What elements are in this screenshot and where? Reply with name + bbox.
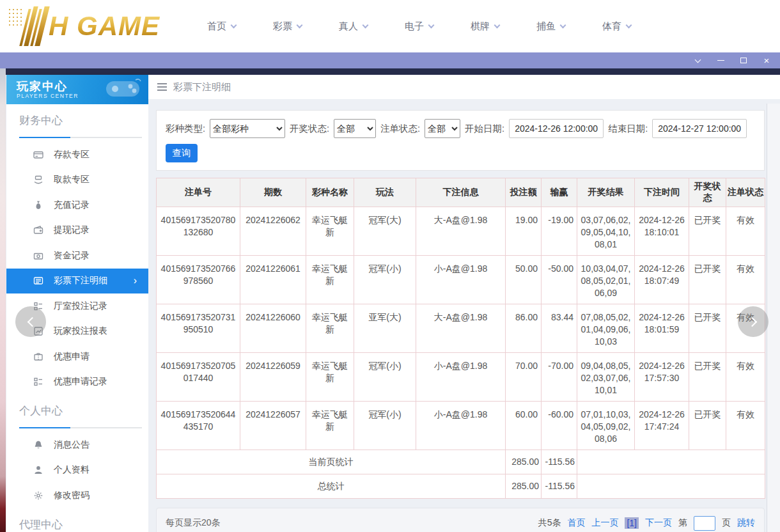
table-cell: 03,07,06,02,09,05,04,10,08,01: [577, 207, 635, 256]
bet-table: 注单号期数彩种名称玩法下注信息投注额输赢开奖结果下注时间开奖状态注单状态 401…: [156, 178, 765, 499]
table-cell: 大-A盘@1.98: [416, 207, 506, 256]
sidebar-item[interactable]: 取款专区: [6, 168, 148, 193]
maximize-button[interactable]: [737, 54, 751, 67]
logo-text: H GAME: [49, 11, 160, 42]
minimize-button[interactable]: [714, 54, 728, 67]
start-date-input[interactable]: [509, 119, 604, 138]
window-dropdown-button[interactable]: [690, 54, 705, 67]
sidebar-subtitle: PLAYERS CENTER: [17, 93, 79, 99]
table-cell: 50.00: [506, 256, 542, 304]
jump-prefix-label: 第: [678, 517, 687, 529]
table-cell: 有效: [726, 256, 765, 304]
nav-item[interactable]: 体育: [602, 20, 631, 33]
nav-item[interactable]: 首页: [207, 20, 236, 33]
query-button[interactable]: 查询: [166, 144, 198, 162]
close-button[interactable]: ×: [760, 54, 774, 67]
table-cell: 09,04,08,05,02,03,07,06,10,01: [577, 353, 635, 402]
table-cell: 有效: [726, 207, 765, 256]
sidebar-item[interactable]: 资金记录: [6, 243, 148, 269]
table-cell: 60.00: [506, 402, 542, 450]
sidebar-item-label: 消息公告: [54, 439, 90, 451]
nav-item[interactable]: 真人: [339, 20, 368, 33]
sidebar-item[interactable]: 充值记录: [6, 192, 148, 218]
summary-label: 总统计: [157, 474, 506, 499]
table-cell: 已开奖: [689, 304, 726, 353]
table-cell: 小-A盘@1.98: [416, 256, 506, 304]
filter-panel: 彩种类型: 全部彩种 开奖状态: 全部 注单状态: 全部 开始日期: 结束日期:…: [156, 110, 765, 171]
column-header: 期数: [240, 178, 306, 207]
logo[interactable]: H GAME: [8, 6, 180, 46]
column-header: 玩法: [354, 178, 416, 207]
nav-item-label: 捕鱼: [536, 20, 556, 33]
chevron-down-icon: [560, 22, 566, 28]
section-title: 财务中心: [19, 113, 142, 128]
jump-page-input[interactable]: [694, 516, 715, 531]
column-header: 开奖状态: [689, 178, 726, 207]
table-cell: 大-A盘@1.98: [416, 304, 506, 353]
jump-button[interactable]: 跳转: [737, 517, 755, 529]
section-divider: [19, 137, 142, 138]
sidebar-item[interactable]: 优惠申请: [6, 344, 148, 370]
summary-row: 当前页统计285.00-115.56: [157, 450, 765, 474]
column-header: 注单号: [157, 178, 240, 207]
table-cell: 401569173520766978560: [157, 256, 240, 304]
table-cell: -19.00: [542, 207, 577, 256]
first-page-link[interactable]: 首页: [567, 517, 585, 529]
sidebar-item-label: 彩票下注明细: [54, 275, 107, 286]
funds-icon: [33, 251, 43, 261]
table-cell: 已开奖: [689, 256, 726, 304]
top-nav: 首页彩票真人电子棋牌捕鱼体育: [207, 20, 631, 33]
sidebar-item-label: 优惠申请: [54, 351, 90, 363]
chevron-down-icon: [231, 22, 237, 28]
end-date-input[interactable]: [652, 119, 747, 138]
chevron-down-icon: [494, 22, 501, 28]
chevron-right-icon: ›: [134, 275, 137, 286]
table-cell: 83.44: [542, 304, 577, 353]
lottery-type-select[interactable]: 全部彩种: [210, 119, 285, 138]
sidebar-item[interactable]: 消息公告: [6, 432, 148, 458]
summary-win-loss: -115.56: [542, 474, 577, 499]
nav-item[interactable]: 电子: [405, 20, 433, 33]
draw-status-label: 开奖状态:: [290, 123, 329, 135]
nav-item-label: 首页: [207, 20, 226, 33]
jump-suffix-label: 页: [722, 517, 731, 529]
nav-item[interactable]: 棋牌: [471, 20, 499, 33]
menu-icon[interactable]: [157, 81, 167, 93]
table-cell: 2024-12-26 18:10:01: [635, 207, 689, 256]
table-cell: 小-A盘@1.98: [416, 353, 506, 402]
table-cell: 20241226057: [240, 402, 306, 450]
sidebar-item[interactable]: 优惠申请记录: [6, 370, 148, 395]
table-cell: 冠军(小): [354, 402, 416, 450]
table-cell: 19.00: [506, 207, 542, 256]
sidebar-item[interactable]: 存款专区: [6, 142, 148, 168]
next-page-link[interactable]: 下一页: [645, 517, 672, 529]
bank-card-icon: [33, 150, 43, 160]
chevron-down-icon: [428, 22, 435, 28]
chevron-left-icon: [27, 317, 37, 327]
sidebar-item-label: 个人资料: [54, 464, 90, 476]
order-status-select[interactable]: 全部: [425, 119, 460, 138]
sidebar-item[interactable]: 提现记录: [6, 218, 148, 244]
sidebar-collapse-button[interactable]: [15, 306, 46, 337]
chevron-down-icon: [694, 56, 701, 63]
gamepad-icon: [102, 77, 142, 102]
table-cell: 20241226061: [240, 256, 306, 304]
sidebar-item[interactable]: 个人资料: [6, 458, 148, 483]
sidebar-item[interactable]: 彩票下注明细›: [6, 269, 148, 294]
table-cell: 07,01,10,03,04,05,09,02,08,06: [577, 402, 635, 450]
nav-item[interactable]: 彩票: [273, 20, 302, 33]
table-cell: 2024-12-26 18:01:59: [635, 304, 689, 353]
chevron-down-icon: [626, 22, 632, 28]
sidebar-item-label: 充值记录: [54, 199, 90, 211]
table-scroll-right-button[interactable]: [738, 306, 768, 337]
table-cell: 07,08,05,02,01,04,09,06,10,03: [577, 304, 635, 353]
draw-status-select[interactable]: 全部: [334, 119, 376, 138]
prev-page-link[interactable]: 上一页: [591, 517, 618, 529]
sidebar-item[interactable]: 修改密码: [6, 483, 148, 508]
table-cell: 小-A盘@1.98: [416, 402, 506, 450]
page-size-label: 每页显示20条: [166, 517, 221, 529]
nav-item[interactable]: 捕鱼: [536, 20, 565, 33]
table-cell: 10,03,04,07,08,05,02,01,06,09: [577, 256, 635, 304]
scrollbar-track[interactable]: [767, 104, 780, 532]
table-cell: 70.00: [506, 353, 542, 402]
